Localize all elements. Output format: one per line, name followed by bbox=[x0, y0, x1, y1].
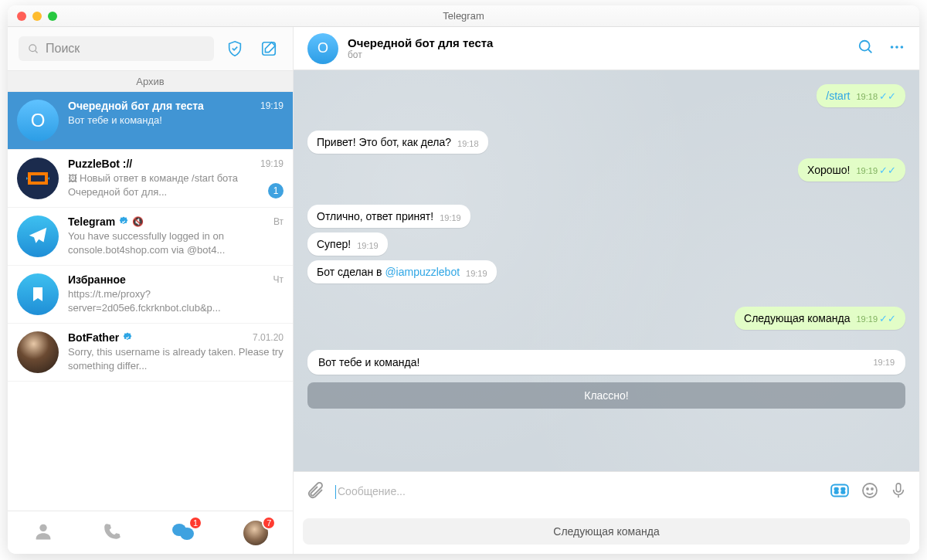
chat-item[interactable]: ИзбранноеЧт https://t.me/proxy?server=2d… bbox=[8, 266, 293, 324]
svg-line-11 bbox=[868, 49, 872, 53]
window-title: Telegram bbox=[8, 10, 919, 22]
svg-line-1 bbox=[35, 50, 37, 53]
telegram-icon bbox=[26, 225, 49, 248]
read-ticks-icon: ✓✓ bbox=[879, 90, 896, 102]
maximize-window[interactable] bbox=[48, 12, 57, 21]
message-out[interactable]: Хорошо!19:19✓✓ bbox=[798, 158, 905, 182]
svg-rect-4 bbox=[31, 175, 45, 182]
messages-pane[interactable]: /start19:18✓✓ Привет! Это бот, как дела?… bbox=[294, 70, 919, 471]
tab-calls[interactable] bbox=[103, 521, 123, 545]
sidebar: Поиск Архив О Очередной бот для теста19:… bbox=[8, 27, 294, 554]
avatar bbox=[17, 158, 59, 199]
message-in[interactable]: Привет! Это бот, как дела?19:18 bbox=[307, 131, 488, 154]
tab-contacts[interactable] bbox=[32, 521, 54, 545]
chat-item[interactable]: Telegram 🔇 Вт You have successfully logg… bbox=[8, 208, 293, 266]
attach-button[interactable] bbox=[306, 481, 324, 503]
chat-time: 19:19 bbox=[260, 100, 284, 111]
paperclip-icon bbox=[306, 481, 324, 500]
close-window[interactable] bbox=[17, 12, 26, 21]
search-icon bbox=[28, 43, 39, 55]
chat-preview: You have successfully logged in on conso… bbox=[68, 229, 284, 256]
svg-marker-6 bbox=[48, 177, 49, 180]
keyboard-icon bbox=[830, 480, 850, 501]
chat-name: Избранное bbox=[68, 273, 126, 286]
chat-header: О Очередной бот для теста бот bbox=[294, 27, 919, 70]
search-icon bbox=[857, 39, 874, 56]
svg-point-22 bbox=[871, 488, 873, 490]
avatar bbox=[17, 216, 59, 257]
message-in[interactable]: Отлично, ответ принят!19:19 bbox=[307, 205, 470, 228]
chat-list: О Очередной бот для теста19:19 Вот тебе … bbox=[8, 92, 293, 511]
search-placeholder: Поиск bbox=[46, 42, 80, 56]
bottom-tabs: 1 7 bbox=[8, 511, 293, 554]
avatar bbox=[17, 331, 59, 373]
verified-icon bbox=[122, 332, 133, 343]
proxy-shield-button[interactable] bbox=[222, 36, 248, 62]
avatar bbox=[17, 273, 59, 315]
message-in[interactable]: Супер!19:19 bbox=[307, 232, 388, 256]
chat-time: Чт bbox=[273, 274, 284, 285]
svg-point-20 bbox=[863, 484, 877, 497]
chat-preview: Sorry, this username is already taken. P… bbox=[68, 345, 284, 372]
muted-icon: 🔇 bbox=[132, 216, 144, 227]
tab-settings[interactable]: 7 bbox=[243, 521, 268, 545]
more-horizontal-icon bbox=[888, 39, 905, 56]
message-out[interactable]: Следующая команда19:19✓✓ bbox=[735, 307, 905, 330]
chat-item[interactable]: BotFather 7.01.20 Sorry, this username i… bbox=[8, 324, 293, 382]
chat-title-block[interactable]: Очередной бот для теста бот bbox=[348, 36, 848, 60]
chat-name: BotFather bbox=[68, 331, 133, 344]
avatar: О bbox=[17, 100, 59, 141]
read-ticks-icon: ✓✓ bbox=[879, 165, 896, 176]
bot-commands-button[interactable] bbox=[830, 480, 850, 504]
unread-badge: 1 bbox=[268, 183, 284, 199]
minimize-window[interactable] bbox=[32, 12, 42, 21]
svg-point-10 bbox=[860, 40, 870, 50]
bookmark-icon bbox=[29, 284, 47, 304]
svg-rect-17 bbox=[841, 488, 844, 490]
more-button[interactable] bbox=[888, 39, 905, 59]
mention-link[interactable]: @iampuzzlebot bbox=[385, 266, 460, 278]
compose-button[interactable] bbox=[256, 36, 282, 62]
microphone-icon bbox=[890, 481, 907, 500]
chat-name: PuzzleBot :// bbox=[68, 158, 132, 170]
search-in-chat-button[interactable] bbox=[857, 39, 874, 59]
svg-rect-23 bbox=[896, 484, 901, 492]
message-input[interactable]: Сообщение... bbox=[335, 485, 819, 499]
tab-chats[interactable]: 1 bbox=[171, 521, 195, 545]
phone-icon bbox=[103, 521, 123, 541]
verified-icon bbox=[118, 216, 129, 227]
svg-point-14 bbox=[901, 46, 904, 49]
inline-keyboard-button[interactable]: Классно! bbox=[307, 382, 905, 409]
chat-name: Очередной бот для теста bbox=[68, 100, 204, 112]
titlebar: Telegram bbox=[8, 5, 919, 27]
chat-item[interactable]: PuzzleBot ://19:19 🖼Новый ответ в команд… bbox=[8, 150, 293, 208]
message-in[interactable]: Вот тебе и команда!19:19 bbox=[307, 350, 905, 375]
message-out[interactable]: /start19:18✓✓ bbox=[817, 84, 905, 107]
chat-name: Telegram 🔇 bbox=[68, 216, 144, 228]
chat-time: 19:19 bbox=[260, 158, 284, 169]
svg-rect-15 bbox=[831, 484, 848, 496]
compose-icon bbox=[260, 40, 277, 57]
voice-button[interactable] bbox=[890, 481, 907, 503]
contact-icon bbox=[32, 521, 54, 542]
chat-item-selected[interactable]: О Очередной бот для теста19:19 Вот тебе … bbox=[8, 92, 293, 150]
search-input[interactable]: Поиск bbox=[19, 36, 214, 61]
svg-rect-18 bbox=[835, 491, 838, 494]
svg-point-12 bbox=[891, 46, 894, 49]
svg-point-21 bbox=[867, 488, 868, 490]
chat-preview: https://t.me/proxy?server=2d05e6.fckrknb… bbox=[68, 287, 284, 314]
chat-title: Очередной бот для теста bbox=[348, 36, 848, 49]
tab-badge: 7 bbox=[262, 516, 276, 530]
chat-time: 7.01.20 bbox=[253, 332, 284, 343]
archive-row[interactable]: Архив bbox=[8, 70, 293, 92]
read-ticks-icon: ✓✓ bbox=[879, 313, 896, 324]
emoji-button[interactable] bbox=[861, 481, 879, 503]
reply-keyboard-button[interactable]: Следующая команда bbox=[303, 518, 910, 545]
message-in[interactable]: Бот сделан в @iampuzzlebot19:19 bbox=[307, 260, 497, 283]
svg-rect-19 bbox=[841, 491, 844, 494]
chat-time: Вт bbox=[273, 216, 284, 227]
tab-badge: 1 bbox=[188, 516, 202, 530]
chat-preview: 🖼Новый ответ в команде /start бота Очере… bbox=[68, 171, 263, 199]
chat-subtitle: бот bbox=[348, 49, 848, 60]
avatar[interactable]: О bbox=[307, 33, 338, 64]
